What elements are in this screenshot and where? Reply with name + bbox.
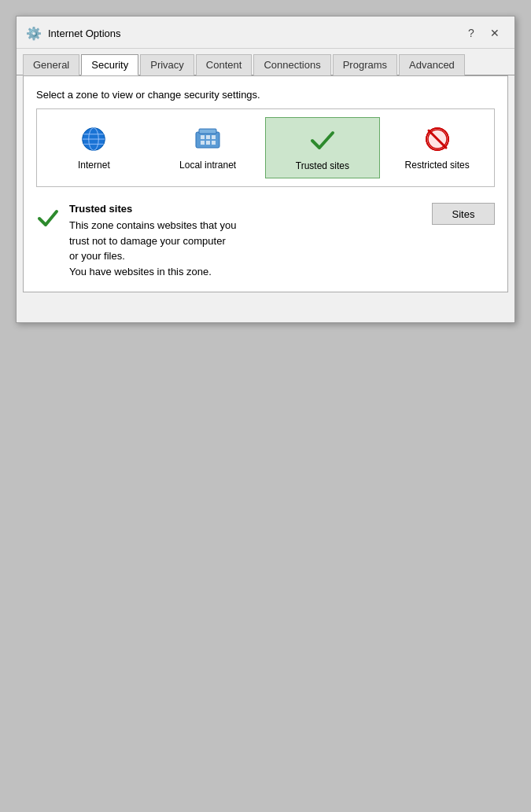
zone-description: Trusted sites This zone contains website… (36, 200, 495, 279)
zone-internet[interactable]: Internet (37, 117, 151, 178)
svg-rect-12 (212, 141, 216, 145)
window-title: Internet Options (48, 28, 121, 39)
internet-icon (78, 123, 109, 155)
tab-privacy[interactable]: Privacy (140, 54, 194, 75)
title-bar: ⚙️ Internet Options ? ✕ (17, 17, 514, 49)
title-bar-controls: ? ✕ (461, 23, 505, 43)
svg-rect-10 (201, 141, 205, 145)
restricted-sites-icon (422, 123, 453, 155)
svg-rect-8 (206, 135, 210, 139)
tab-advanced[interactable]: Advanced (399, 54, 465, 75)
app-icon: ⚙️ (26, 26, 42, 41)
trusted-sites-label: Trusted sites (296, 160, 349, 171)
local-intranet-icon (192, 123, 223, 155)
sites-button[interactable]: Sites (432, 203, 495, 225)
svg-rect-6 (199, 129, 216, 134)
tab-connections[interactable]: Connections (253, 54, 330, 75)
tab-security[interactable]: Security (81, 54, 138, 75)
restricted-sites-label: Restricted sites (405, 160, 470, 171)
internet-options-window: ⚙️ Internet Options ? ✕ General Security… (16, 16, 515, 323)
svg-rect-11 (206, 141, 210, 145)
svg-rect-5 (196, 132, 219, 148)
zone-trusted-sites[interactable]: Trusted sites (265, 117, 381, 178)
zone-checkmark-icon (36, 206, 60, 235)
trusted-sites-icon (307, 124, 338, 156)
zone-desc-title: Trusted sites (69, 203, 422, 215)
security-panel: Select a zone to view or change security… (23, 75, 508, 292)
zones-box: Internet Local intranet (36, 108, 495, 187)
svg-rect-9 (212, 135, 216, 139)
zone-restricted-sites[interactable]: Restricted sites (380, 117, 494, 178)
tab-content[interactable]: Content (196, 54, 253, 75)
zone-desc-text: Trusted sites This zone contains website… (69, 203, 422, 279)
svg-rect-7 (201, 135, 205, 139)
zone-select-label: Select a zone to view or change security… (36, 89, 495, 101)
zone-local-intranet[interactable]: Local intranet (151, 117, 265, 178)
zone-desc-body: This zone contains websites that you tru… (69, 218, 422, 279)
internet-label: Internet (78, 160, 110, 171)
title-bar-left: ⚙️ Internet Options (26, 26, 121, 41)
window-close-button[interactable]: ✕ (485, 23, 505, 43)
tab-programs[interactable]: Programs (333, 54, 397, 75)
help-button[interactable]: ? (461, 23, 481, 43)
tab-bar: General Security Privacy Content Connect… (17, 49, 514, 75)
local-intranet-label: Local intranet (179, 160, 236, 171)
tab-general[interactable]: General (23, 54, 79, 75)
